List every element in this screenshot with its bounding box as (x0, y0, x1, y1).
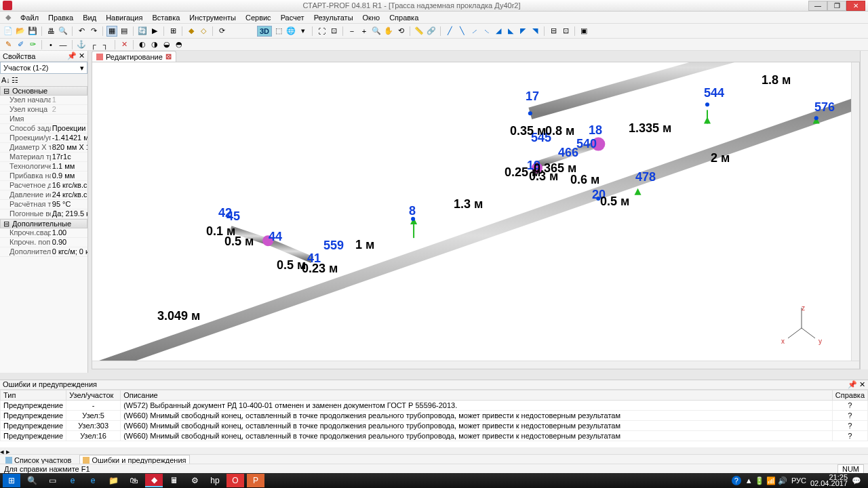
close-button[interactable]: ✕ (846, 1, 865, 11)
support-8-icon[interactable]: ◥ (530, 26, 540, 37)
error-row[interactable]: ПредупреждениеУзел:5(W660) Мнимый свобод… (1, 411, 868, 421)
settings-icon[interactable]: ⚙ (186, 474, 203, 487)
edit-1-icon[interactable]: ✎ (3, 39, 14, 50)
geo-2-icon[interactable]: ◑ (149, 39, 160, 50)
explorer-icon[interactable]: 📁 (104, 474, 122, 487)
prop-row[interactable]: Погонные веДа; 219.5 кгс/м; (0, 209, 87, 219)
grid-icon[interactable]: ▦ (106, 26, 117, 37)
support-7-icon[interactable]: ◤ (517, 26, 528, 37)
errors-col[interactable]: Узел/участок (66, 390, 121, 401)
hp-icon[interactable]: hp (206, 474, 224, 487)
sysmenu-icon[interactable]: ◆ (1, 12, 15, 23)
tool-a-icon[interactable]: ◆ (186, 26, 197, 37)
opera-icon[interactable]: O (226, 474, 244, 487)
prop-row[interactable]: Способ задачПроекции (0, 124, 87, 134)
errors-pin-icon[interactable]: 📌 ✕ (848, 380, 865, 389)
geo-4-icon[interactable]: ◓ (174, 39, 184, 50)
prop-row[interactable]: Прибавка на0.9 мм (0, 171, 87, 181)
edge-icon[interactable]: e (64, 474, 81, 487)
save-icon[interactable]: 💾 (27, 26, 38, 37)
start-button[interactable]: ⊞ (3, 474, 20, 487)
edit-3-icon[interactable]: ✑ (27, 39, 38, 50)
dropdown-icon[interactable]: ▾ (298, 26, 309, 37)
prop-row[interactable]: Кпрочн.свар1.00 (0, 228, 87, 238)
canvas-hscroll[interactable] (92, 361, 859, 369)
prop-row[interactable]: Расчетное да16 кгс/кв.см (0, 181, 87, 190)
redo-icon[interactable]: ↷ (88, 26, 99, 37)
element-selector[interactable]: Участок (1-2)▾ (0, 62, 87, 74)
menu-Справка[interactable]: Справка (385, 12, 422, 23)
menu-Навигация[interactable]: Навигация (102, 12, 146, 23)
geo-3-icon[interactable]: ◒ (161, 39, 172, 50)
menu-Вставка[interactable]: Вставка (148, 12, 184, 23)
menu-Результаты[interactable]: Результаты (310, 12, 357, 23)
element-b-icon[interactable]: ⊡ (560, 26, 571, 37)
tab-edit[interactable]: Редактирование ⊠ (92, 51, 176, 62)
open-icon[interactable]: 📂 (15, 26, 26, 37)
right-dock[interactable] (860, 51, 868, 369)
prop-row[interactable]: Имя (0, 115, 87, 124)
help-tray-icon[interactable]: ? (732, 476, 741, 485)
support-6-icon[interactable]: ◣ (505, 26, 516, 37)
prop-row[interactable]: Проекции/уг-1.41421 м; 1.414 (0, 134, 87, 143)
errors-col[interactable]: Справка (832, 390, 867, 401)
tab-close-icon[interactable]: ⊠ (165, 52, 172, 61)
undo-icon[interactable]: ↶ (76, 26, 87, 37)
tool-b-icon[interactable]: ◇ (198, 26, 209, 37)
element-c-icon[interactable]: ▣ (578, 26, 589, 37)
errors-col[interactable]: Тип (1, 390, 66, 401)
prop-row[interactable]: Материал тр17г1с (0, 152, 87, 162)
group-main[interactable]: ⊟Основные (0, 86, 87, 96)
prop-row[interactable]: Технологиче1.1 мм (0, 162, 87, 171)
prop-row[interactable]: Давление ис24 кгс/кв.см (0, 190, 87, 200)
menu-Инструменты[interactable]: Инструменты (185, 12, 240, 23)
error-row[interactable]: ПредупреждениеУзел:303(W660) Мнимый своб… (1, 421, 868, 431)
prop-row[interactable]: Узел начала1 (0, 96, 87, 105)
list-icon[interactable]: ▤ (119, 26, 130, 37)
print-icon[interactable]: 🖶 (45, 26, 56, 37)
link-icon[interactable]: 🔗 (426, 26, 437, 37)
error-row[interactable]: Предупреждение-(W572) Выбранный документ… (1, 401, 868, 411)
group-additional[interactable]: ⊟Дополнительные (0, 219, 87, 228)
store-icon[interactable]: 🛍 (125, 474, 142, 487)
canvas-vscroll[interactable] (851, 62, 859, 361)
zoom-region-icon[interactable]: 🔍 (371, 26, 382, 37)
menu-Сервис[interactable]: Сервис (241, 12, 275, 23)
zoom-fit-icon[interactable]: ⛶ (316, 26, 327, 37)
errors-col[interactable]: Описание (121, 390, 833, 401)
menu-Файл[interactable]: Файл (16, 12, 43, 23)
prop-row[interactable]: Дополнител0 кгс/м; 0 кгс/ (0, 247, 87, 257)
menu-Вид[interactable]: Вид (79, 12, 100, 23)
edit-2-icon[interactable]: ✐ (15, 39, 26, 50)
orbit-icon[interactable]: ⟲ (395, 26, 406, 37)
view-cube-icon[interactable]: ⬚ (273, 26, 284, 37)
support-2-icon[interactable]: ╲ (456, 26, 467, 37)
menu-Окно[interactable]: Окно (359, 12, 384, 23)
refresh-icon[interactable]: 🔄 (137, 26, 148, 37)
rotate-icon[interactable]: ⟳ (216, 26, 227, 37)
menu-Расчет[interactable]: Расчет (277, 12, 309, 23)
zoom-window-icon[interactable]: ⊡ (328, 26, 339, 37)
minimize-button[interactable]: — (808, 1, 827, 11)
sort-az-icon[interactable]: A↓ (1, 76, 10, 84)
zoom-out-icon[interactable]: − (347, 26, 357, 37)
prop-row[interactable]: Узел конца2 (0, 105, 87, 115)
maximize-button[interactable]: ❐ (827, 1, 846, 11)
measure-icon[interactable]: 📏 (414, 26, 425, 37)
ppt-icon[interactable]: P (247, 474, 264, 487)
support-1-icon[interactable]: ╱ (444, 26, 455, 37)
globe-icon[interactable]: 🌐 (285, 26, 296, 37)
fitting-1-icon[interactable]: ┌ (88, 39, 99, 50)
3d-button[interactable]: 3D (257, 26, 272, 37)
line-icon[interactable]: — (58, 39, 68, 50)
zoom-in-icon[interactable]: + (359, 26, 370, 37)
prop-row[interactable]: Диаметр X то820 мм X 11 мм (0, 143, 87, 152)
taskview-icon[interactable]: ▭ (43, 474, 61, 487)
table-icon[interactable]: ⊞ (167, 26, 178, 37)
3d-viewport[interactable]: 175445761854554046619478208424544559411.… (92, 62, 860, 369)
error-row[interactable]: ПредупреждениеУзел:16(W660) Мнимый свобо… (1, 431, 868, 441)
fitting-2-icon[interactable]: ┐ (100, 39, 111, 50)
new-icon[interactable]: 📄 (3, 26, 14, 37)
anchor-icon[interactable]: ⚓ (76, 39, 87, 50)
ie-icon[interactable]: e (84, 474, 102, 487)
